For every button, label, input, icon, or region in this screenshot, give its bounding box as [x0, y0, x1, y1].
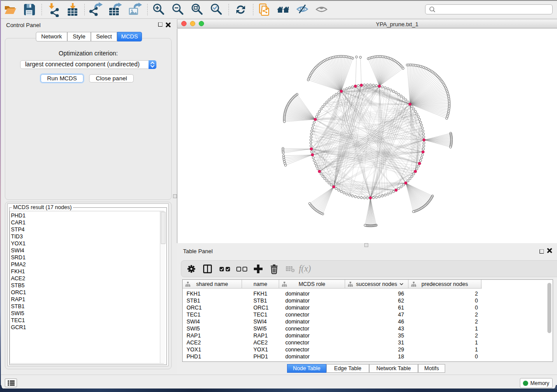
svg-text:f(x): f(x) [299, 264, 311, 274]
